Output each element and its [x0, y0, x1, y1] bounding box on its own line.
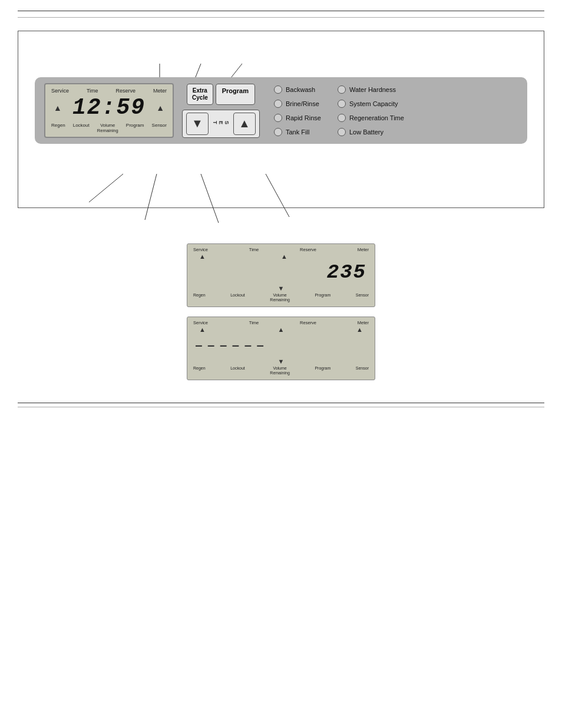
small-lcd-2-arrow-top: ▲ ▲ ▲ [193, 326, 369, 333]
set-label: SET [212, 121, 230, 126]
lcd-label-lockout: Lockout [73, 123, 90, 133]
system-capacity-label: System Capacity [349, 100, 398, 107]
s2-bot-regen: Regen [193, 366, 206, 376]
extra-cycle-button[interactable]: Extra Cycle [187, 84, 213, 105]
brine-rinse-dot [274, 100, 282, 108]
small-lcd-1-number: 235 [327, 261, 366, 284]
top-btn-row: Extra Cycle Program [187, 84, 255, 105]
indicators-section: Backwash Brine/Rinse Rapid Rinse Tank Fi… [274, 85, 404, 136]
s2-bot-volume: VolumeRemaining [270, 366, 289, 376]
lcd-display-row: ▲ 12:59 ▲ [51, 95, 167, 120]
s1-label-meter: Meter [358, 247, 369, 252]
brine-rinse-label: Brine/Rinse [286, 100, 319, 107]
water-hardness-dot [338, 85, 346, 94]
s1-label-service: Service [193, 247, 208, 252]
s2-arrow-up-meter: ▲ [356, 326, 363, 333]
indicator-tank-fill: Tank Fill [274, 128, 321, 136]
indicator-regen-time: Regeneration Time [338, 114, 404, 122]
up-arrow-button[interactable]: ▲ [233, 113, 256, 135]
spacer-1 [0, 208, 562, 226]
regen-time-dot [338, 114, 346, 122]
s2-label-service: Service [193, 320, 208, 325]
dash-1: – [196, 339, 202, 351]
lcd-label-time: Time [87, 88, 98, 94]
indicator-water-hardness: Water Hardness [338, 85, 404, 94]
lcd-display: Service Time Reserve Meter ▲ 12:59 ▲ Reg… [44, 83, 174, 138]
s2-bot-program: Program [315, 366, 330, 376]
s2-arrow-down: ▼ [193, 358, 369, 365]
rapid-rinse-dot [274, 114, 282, 122]
buttons-section: Extra Cycle Program ▼ SET ▲ [182, 84, 260, 138]
spacer-2 [0, 380, 562, 398]
s1-label-reserve: Reserve [300, 247, 316, 252]
system-capacity-dot [338, 100, 346, 108]
s1-arrow-up-reserve: ▲ [281, 253, 287, 260]
dash-3: – [220, 339, 227, 351]
dash-5: – [244, 339, 251, 351]
small-lcd-2-top: Service Time Reserve Meter [193, 320, 369, 325]
lcd-label-service: Service [51, 88, 69, 94]
dash-4: – [233, 339, 239, 351]
program-button[interactable]: Program [216, 84, 255, 105]
small-lcd-2-mid: – – – – – – [193, 333, 369, 358]
small-lcd-2-dashes: – – – – – – [196, 337, 263, 354]
low-battery-label: Low Battery [349, 129, 384, 136]
regen-time-label: Regeneration Time [349, 114, 404, 121]
s2-arrow-up-reserve: ▲ [278, 326, 285, 333]
bottom-rule-1 [18, 403, 544, 403]
small-lcd-1-bottom: Regen Lockout VolumeRemaining Program Se… [193, 293, 369, 303]
s2-bot-lockout: Lockout [230, 366, 245, 376]
rapid-rinse-label: Rapid Rinse [286, 114, 321, 121]
indicator-brine-rinse: Brine/Rinse [274, 100, 321, 108]
lcd-label-volume: VolumeRemaining [97, 123, 118, 133]
lcd-top-labels: Service Time Reserve Meter [51, 88, 167, 94]
dash-6: – [257, 339, 263, 351]
s1-bot-sensor: Sensor [356, 293, 369, 303]
small-lcd-2: Service Time Reserve Meter ▲ ▲ ▲ – – – –… [187, 317, 375, 380]
s2-arrow-up-left: ▲ [199, 326, 206, 333]
lcd-label-program: Program [126, 123, 144, 133]
set-wrapper: ▼ SET ▲ [182, 110, 260, 138]
s1-arrow-up-left: ▲ [199, 253, 206, 260]
small-lcd-1: Service Time Reserve Meter ▲ ▲ 235 ▼ Reg… [187, 243, 375, 307]
s1-bot-lockout: Lockout [230, 293, 245, 303]
lcd-label-reserve: Reserve [116, 88, 136, 94]
indicator-backwash: Backwash [274, 85, 321, 94]
s1-label-time: Time [249, 247, 259, 252]
s2-label-time: Time [249, 320, 259, 325]
main-diagram-box: Service Time Reserve Meter ▲ 12:59 ▲ Reg… [18, 31, 544, 208]
small-lcd-1-mid: 235 [193, 260, 369, 285]
left-indicator-column: Backwash Brine/Rinse Rapid Rinse Tank Fi… [274, 85, 321, 136]
lcd-label-sensor: Sensor [152, 123, 167, 133]
small-lcd-1-top: Service Time Reserve Meter [193, 247, 369, 252]
lcd-arrow-up-right: ▲ [156, 104, 164, 112]
s1-bot-program: Program [315, 293, 330, 303]
down-arrow-button[interactable]: ▼ [186, 113, 209, 135]
tank-fill-label: Tank Fill [286, 129, 309, 136]
lcd-bottom-labels: Regen Lockout VolumeRemaining Program Se… [51, 123, 167, 133]
dash-2: – [208, 339, 214, 351]
backwash-dot [274, 85, 282, 94]
right-indicator-column: Water Hardness System Capacity Regenerat… [338, 85, 404, 136]
indicator-system-capacity: System Capacity [338, 100, 404, 108]
water-hardness-label: Water Hardness [349, 86, 396, 93]
second-rule [18, 17, 544, 18]
s2-label-meter: Meter [358, 320, 369, 325]
lcd-label-regen: Regen [51, 123, 65, 133]
backwash-label: Backwash [286, 86, 315, 93]
s2-label-reserve: Reserve [300, 320, 316, 325]
lcd-arrow-up-left: ▲ [54, 104, 62, 112]
low-battery-dot [338, 128, 346, 136]
controller-panel: Service Time Reserve Meter ▲ 12:59 ▲ Reg… [35, 77, 527, 144]
indicator-rapid-rinse: Rapid Rinse [274, 114, 321, 122]
small-displays-section: Service Time Reserve Meter ▲ ▲ 235 ▼ Reg… [0, 243, 562, 380]
lcd-label-meter: Meter [153, 88, 167, 94]
indicator-low-battery: Low Battery [338, 128, 404, 136]
s1-bot-volume: VolumeRemaining [270, 293, 289, 303]
small-lcd-1-arrow-top: ▲ ▲ [193, 253, 369, 260]
s1-arrow-down: ▼ [193, 285, 369, 292]
small-lcd-2-bottom: Regen Lockout VolumeRemaining Program Se… [193, 366, 369, 376]
bottom-rule-2 [18, 407, 544, 407]
s2-bot-sensor: Sensor [356, 366, 369, 376]
lcd-time-display: 12:59 [72, 95, 146, 120]
